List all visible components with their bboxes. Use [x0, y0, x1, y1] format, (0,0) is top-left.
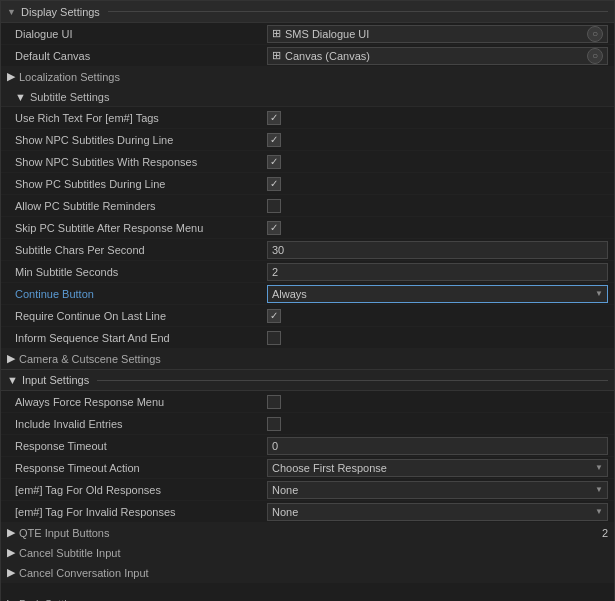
bark-settings-row[interactable]: ▶ Bark Settings [1, 593, 614, 601]
bark-settings-label: Bark Settings [19, 598, 84, 602]
default-canvas-label: Default Canvas [7, 50, 267, 62]
inform-sequence-checkbox[interactable] [267, 331, 281, 345]
allow-pc-subtitle-reminders-label: Allow PC Subtitle Reminders [7, 200, 267, 212]
camera-cutscene-arrow: ▶ [7, 352, 15, 365]
main-panel: ▼ Display Settings Dialogue UI ⊞ SMS Dia… [0, 0, 615, 601]
show-npc-subtitles-row: Show NPC Subtitles During Line [1, 129, 614, 151]
show-npc-subtitles-responses-checkbox[interactable] [267, 155, 281, 169]
subtitle-settings-title: Subtitle Settings [30, 91, 110, 103]
tag-old-responses-value: None ▼ [267, 481, 608, 499]
always-force-response-value [267, 395, 608, 409]
display-settings-arrow: ▼ [7, 7, 17, 17]
response-timeout-action-dropdown[interactable]: Choose First Response ▼ [267, 459, 608, 477]
include-invalid-entries-value [267, 417, 608, 431]
subtitle-settings-header[interactable]: ▼ Subtitle Settings [1, 87, 614, 107]
require-continue-value [267, 309, 608, 323]
min-subtitle-seconds-row: Min Subtitle Seconds [1, 261, 614, 283]
subtitle-chars-row: Subtitle Chars Per Second [1, 239, 614, 261]
cancel-conversation-row[interactable]: ▶ Cancel Conversation Input [1, 563, 614, 583]
dialogue-ui-label: Dialogue UI [7, 28, 267, 40]
localization-arrow: ▶ [7, 70, 15, 83]
input-settings-arrow: ▼ [7, 374, 18, 386]
min-subtitle-seconds-label: Min Subtitle Seconds [7, 266, 267, 278]
include-invalid-entries-row: Include Invalid Entries [1, 413, 614, 435]
ref-icon: ⊞ [272, 27, 281, 40]
inform-sequence-label: Inform Sequence Start And End [7, 332, 267, 344]
cancel-subtitle-label: Cancel Subtitle Input [19, 547, 121, 559]
show-pc-subtitles-checkbox[interactable] [267, 177, 281, 191]
always-force-response-checkbox[interactable] [267, 395, 281, 409]
dialogue-ui-value: ⊞ SMS Dialogue UI ○ [267, 25, 608, 43]
use-rich-text-checkbox[interactable] [267, 111, 281, 125]
default-canvas-field[interactable]: ⊞ Canvas (Canvas) ○ [267, 47, 608, 65]
min-subtitle-seconds-value [267, 263, 608, 281]
continue-button-value: Always ▼ [267, 285, 608, 303]
bark-settings-arrow: ▶ [7, 597, 15, 601]
show-npc-subtitles-responses-row: Show NPC Subtitles With Responses [1, 151, 614, 173]
skip-pc-subtitle-label: Skip PC Subtitle After Response Menu [7, 222, 267, 234]
always-force-response-row: Always Force Response Menu [1, 391, 614, 413]
input-settings-header[interactable]: ▼ Input Settings [1, 369, 614, 391]
tag-old-responses-label: [em#] Tag For Old Responses [7, 484, 267, 496]
tag-invalid-responses-text: None [272, 506, 298, 518]
input-settings-title: Input Settings [22, 374, 89, 386]
skip-pc-subtitle-row: Skip PC Subtitle After Response Menu [1, 217, 614, 239]
allow-pc-subtitle-reminders-checkbox[interactable] [267, 199, 281, 213]
always-force-response-label: Always Force Response Menu [7, 396, 267, 408]
continue-button-dropdown-text: Always [272, 288, 307, 300]
subtitle-settings-arrow: ▼ [15, 91, 26, 103]
use-rich-text-label: Use Rich Text For [em#] Tags [7, 112, 267, 124]
continue-button-row: Continue Button Always ▼ [1, 283, 614, 305]
show-npc-subtitles-checkbox[interactable] [267, 133, 281, 147]
min-subtitle-seconds-input[interactable] [267, 263, 608, 281]
require-continue-row: Require Continue On Last Line [1, 305, 614, 327]
require-continue-checkbox[interactable] [267, 309, 281, 323]
subtitle-chars-input[interactable] [267, 241, 608, 259]
qte-input-arrow: ▶ [7, 526, 15, 539]
show-npc-subtitles-value [267, 133, 608, 147]
dialogue-ui-text: SMS Dialogue UI [285, 28, 369, 40]
canvas-ref-icon: ⊞ [272, 49, 281, 62]
skip-pc-subtitle-checkbox[interactable] [267, 221, 281, 235]
camera-cutscene-row[interactable]: ▶ Camera & Cutscene Settings [1, 349, 614, 369]
inform-sequence-value [267, 331, 608, 345]
tag-old-responses-arrow: ▼ [595, 485, 603, 494]
tag-old-responses-dropdown[interactable]: None ▼ [267, 481, 608, 499]
response-timeout-action-label: Response Timeout Action [7, 462, 267, 474]
tag-invalid-responses-dropdown[interactable]: None ▼ [267, 503, 608, 521]
default-canvas-row: Default Canvas ⊞ Canvas (Canvas) ○ [1, 45, 614, 67]
display-settings-header[interactable]: ▼ Display Settings [1, 1, 614, 23]
tag-invalid-responses-label: [em#] Tag For Invalid Responses [7, 506, 267, 518]
include-invalid-entries-label: Include Invalid Entries [7, 418, 267, 430]
display-settings-title: Display Settings [21, 6, 100, 18]
continue-button-label: Continue Button [7, 288, 267, 300]
skip-pc-subtitle-value [267, 221, 608, 235]
inform-sequence-row: Inform Sequence Start And End [1, 327, 614, 349]
default-canvas-text: Canvas (Canvas) [285, 50, 370, 62]
tag-invalid-responses-arrow: ▼ [595, 507, 603, 516]
continue-button-dropdown[interactable]: Always ▼ [267, 285, 608, 303]
dialogue-ui-pick-btn[interactable]: ○ [587, 26, 603, 42]
response-timeout-value [267, 437, 608, 455]
include-invalid-entries-checkbox[interactable] [267, 417, 281, 431]
localization-settings-row[interactable]: ▶ Localization Settings [1, 67, 614, 87]
dialogue-ui-field[interactable]: ⊞ SMS Dialogue UI ○ [267, 25, 608, 43]
default-canvas-pick-btn[interactable]: ○ [587, 48, 603, 64]
response-timeout-action-row: Response Timeout Action Choose First Res… [1, 457, 614, 479]
qte-input-label: QTE Input Buttons [19, 527, 110, 539]
default-canvas-value: ⊞ Canvas (Canvas) ○ [267, 47, 608, 65]
response-timeout-action-arrow: ▼ [595, 463, 603, 472]
allow-pc-subtitle-reminders-row: Allow PC Subtitle Reminders [1, 195, 614, 217]
continue-button-dropdown-arrow: ▼ [595, 289, 603, 298]
response-timeout-input[interactable] [267, 437, 608, 455]
show-pc-subtitles-value [267, 177, 608, 191]
response-timeout-action-value: Choose First Response ▼ [267, 459, 608, 477]
spacer [1, 583, 614, 593]
subtitle-chars-value [267, 241, 608, 259]
use-rich-text-row: Use Rich Text For [em#] Tags [1, 107, 614, 129]
tag-old-responses-row: [em#] Tag For Old Responses None ▼ [1, 479, 614, 501]
show-npc-subtitles-responses-label: Show NPC Subtitles With Responses [7, 156, 267, 168]
qte-input-buttons-row[interactable]: ▶ QTE Input Buttons 2 [1, 523, 614, 543]
cancel-subtitle-row[interactable]: ▶ Cancel Subtitle Input [1, 543, 614, 563]
show-npc-subtitles-label: Show NPC Subtitles During Line [7, 134, 267, 146]
